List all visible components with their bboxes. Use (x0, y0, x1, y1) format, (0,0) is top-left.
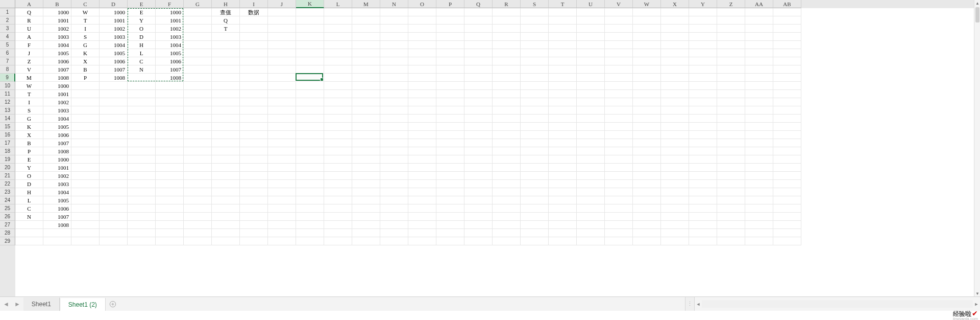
cell-H1[interactable]: 查值 (212, 8, 240, 16)
cell-L3[interactable] (324, 25, 352, 33)
cell-M13[interactable] (352, 106, 380, 115)
cell-U27[interactable] (577, 221, 605, 229)
cell-U9[interactable] (577, 74, 605, 82)
cell-J21[interactable] (268, 172, 296, 180)
cell-X26[interactable] (661, 213, 689, 221)
row-header-13[interactable]: 13 (0, 106, 15, 115)
cell-N10[interactable] (380, 82, 408, 90)
cell-Z6[interactable] (717, 49, 745, 57)
cell-T29[interactable] (549, 237, 577, 245)
cell-T24[interactable] (549, 196, 577, 204)
cell-AB3[interactable] (773, 25, 801, 33)
cell-AB2[interactable] (773, 16, 801, 25)
cell-R11[interactable] (493, 90, 521, 98)
cell-Z12[interactable] (717, 98, 745, 106)
cell-J1[interactable] (268, 8, 296, 16)
cell-D5[interactable]: 1004 (100, 41, 128, 49)
cell-C12[interactable] (71, 98, 100, 106)
cell-X28[interactable] (661, 229, 689, 237)
cell-D22[interactable] (100, 180, 128, 188)
cell-B1[interactable]: 1000 (43, 8, 71, 16)
cell-N20[interactable] (380, 164, 408, 172)
cell-U5[interactable] (577, 41, 605, 49)
cell-V8[interactable] (605, 65, 633, 74)
column-header-N[interactable]: N (380, 0, 408, 8)
cell-K15[interactable] (296, 123, 324, 131)
cell-S16[interactable] (521, 131, 549, 139)
cell-Y26[interactable] (689, 213, 717, 221)
cell-Y12[interactable] (689, 98, 717, 106)
cell-V24[interactable] (605, 196, 633, 204)
cell-S18[interactable] (521, 147, 549, 155)
column-header-H[interactable]: H (212, 0, 240, 8)
cell-T19[interactable] (549, 155, 577, 164)
cell-Q14[interactable] (464, 115, 493, 123)
cell-E19[interactable] (128, 155, 156, 164)
cell-Y18[interactable] (689, 147, 717, 155)
cell-F2[interactable]: 1001 (156, 16, 184, 25)
cell-M23[interactable] (352, 188, 380, 196)
cell-C3[interactable]: I (71, 25, 100, 33)
cell-Z21[interactable] (717, 172, 745, 180)
cell-V28[interactable] (605, 229, 633, 237)
cell-B13[interactable]: 1003 (43, 106, 71, 115)
cell-Z4[interactable] (717, 33, 745, 41)
cell-AA22[interactable] (745, 180, 773, 188)
cell-U24[interactable] (577, 196, 605, 204)
cell-Y21[interactable] (689, 172, 717, 180)
column-header-R[interactable]: R (493, 0, 521, 8)
cell-E27[interactable] (128, 221, 156, 229)
cell-P1[interactable] (436, 8, 464, 16)
cell-O20[interactable] (408, 164, 436, 172)
cell-L13[interactable] (324, 106, 352, 115)
cell-J4[interactable] (268, 33, 296, 41)
column-header-O[interactable]: O (408, 0, 436, 8)
cell-V20[interactable] (605, 164, 633, 172)
cell-AA7[interactable] (745, 57, 773, 65)
row-header-16[interactable]: 16 (0, 131, 15, 139)
cell-A29[interactable] (15, 237, 43, 245)
cell-S9[interactable] (521, 74, 549, 82)
cell-H3[interactable]: T (212, 25, 240, 33)
cell-L22[interactable] (324, 180, 352, 188)
cell-X10[interactable] (661, 82, 689, 90)
cell-I13[interactable] (240, 106, 268, 115)
cell-B12[interactable]: 1002 (43, 98, 71, 106)
cell-AA5[interactable] (745, 41, 773, 49)
column-header-P[interactable]: P (436, 0, 464, 8)
row-header-8[interactable]: 8 (0, 65, 15, 74)
cell-U29[interactable] (577, 237, 605, 245)
cell-T25[interactable] (549, 204, 577, 213)
cell-G11[interactable] (184, 90, 212, 98)
cell-Q27[interactable] (464, 221, 493, 229)
column-header-Z[interactable]: Z (717, 0, 745, 8)
cell-K11[interactable] (296, 90, 324, 98)
cell-Z3[interactable] (717, 25, 745, 33)
cell-AA27[interactable] (745, 221, 773, 229)
row-header-15[interactable]: 15 (0, 123, 15, 131)
cell-Y22[interactable] (689, 180, 717, 188)
cell-Y3[interactable] (689, 25, 717, 33)
cell-I25[interactable] (240, 204, 268, 213)
cell-R6[interactable] (493, 49, 521, 57)
cell-R9[interactable] (493, 74, 521, 82)
cell-M1[interactable] (352, 8, 380, 16)
cell-X17[interactable] (661, 139, 689, 147)
cell-F9[interactable]: 1008 (156, 74, 184, 82)
cell-S21[interactable] (521, 172, 549, 180)
cell-T13[interactable] (549, 106, 577, 115)
cell-U25[interactable] (577, 204, 605, 213)
cell-D18[interactable] (100, 147, 128, 155)
row-header-7[interactable]: 7 (0, 57, 15, 65)
cell-X2[interactable] (661, 16, 689, 25)
cell-Q6[interactable] (464, 49, 493, 57)
cell-M15[interactable] (352, 123, 380, 131)
column-header-AA[interactable]: AA (745, 0, 773, 8)
cell-A11[interactable]: T (15, 90, 43, 98)
cell-E11[interactable] (128, 90, 156, 98)
scroll-up-arrow-icon[interactable]: ▲ (974, 0, 980, 6)
cell-Q16[interactable] (464, 131, 493, 139)
cell-H4[interactable] (212, 33, 240, 41)
cell-M26[interactable] (352, 213, 380, 221)
cell-E26[interactable] (128, 213, 156, 221)
